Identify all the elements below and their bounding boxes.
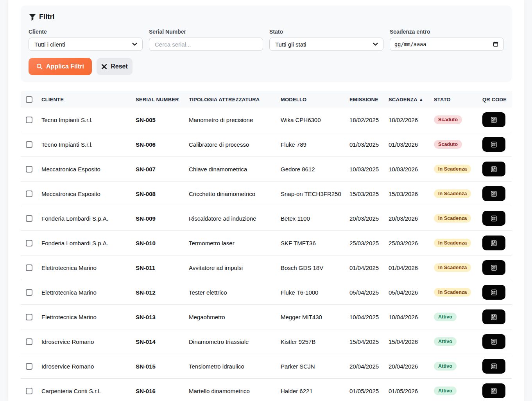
status-badge: In Scadenza: [434, 263, 471, 272]
cliente-select[interactable]: Tutti i clienti: [29, 38, 143, 51]
row-checkbox[interactable]: [26, 117, 32, 123]
cell-modello: Gedore 8612: [281, 166, 349, 173]
cell-scadenza: 20/03/2026: [389, 215, 434, 222]
table-row: Idroservice RomanoSN-015Tensiometro idra…: [21, 354, 512, 379]
cell-tipologia: Manometro di precisione: [189, 117, 281, 123]
cell-stato: In Scadenza: [434, 288, 482, 297]
row-checkbox[interactable]: [26, 314, 32, 320]
row-checkbox[interactable]: [26, 191, 32, 197]
table-row: Idroservice RomanoSN-014Dinamometro tria…: [21, 329, 512, 354]
col-header-qr-code[interactable]: QR CODE: [482, 97, 511, 102]
cell-stato: In Scadenza: [434, 189, 482, 198]
qr-code-button[interactable]: [482, 211, 505, 226]
qr-code-icon: [491, 142, 497, 147]
cell-emissione: 01/05/2025: [349, 388, 389, 394]
qr-code-button[interactable]: [482, 162, 505, 176]
equipment-table: CLIENTE SERIAL NUMBER TIPOLOGIA ATTREZZA…: [21, 91, 512, 401]
cell-modello: Snap-on TECH3FR250: [281, 191, 349, 197]
qr-code-button[interactable]: [482, 112, 505, 127]
status-badge: Attivo: [434, 362, 457, 370]
status-badge: Attivo: [434, 313, 457, 321]
qr-code-button[interactable]: [482, 334, 505, 349]
table-row: Tecno Impianti S.r.l.SN-006Calibratore d…: [21, 132, 512, 157]
table-row: Elettrotecnica MarinoSN-011Avvitatore ad…: [21, 255, 512, 280]
cell-stato: In Scadenza: [434, 214, 482, 223]
qr-code-icon: [491, 363, 497, 369]
cell-qr-code: [482, 359, 511, 374]
row-checkbox[interactable]: [26, 363, 32, 370]
col-header-stato[interactable]: STATO: [434, 97, 482, 102]
row-checkbox[interactable]: [26, 240, 32, 246]
qr-code-button[interactable]: [482, 285, 505, 300]
qr-code-button[interactable]: [482, 236, 505, 250]
col-header-tipologia[interactable]: TIPOLOGIA ATTREZZATURA: [189, 97, 281, 102]
cell-stato: In Scadenza: [434, 263, 482, 272]
cell-emissione: 18/02/2025: [349, 117, 389, 123]
cell-tipologia: Chiave dinamometrica: [189, 166, 281, 173]
cell-scadenza: 05/04/2026: [389, 289, 434, 296]
qr-code-button[interactable]: [482, 359, 505, 374]
cell-serial-number: SN-015: [136, 363, 189, 370]
scadenza-label: Scadenza entro: [390, 29, 504, 35]
qr-code-icon: [491, 314, 497, 320]
row-checkbox[interactable]: [26, 166, 32, 173]
col-header-scadenza[interactable]: SCADENZA▲: [389, 97, 434, 102]
cell-cliente: Tecno Impianti S.r.l.: [41, 117, 136, 123]
row-checkbox-cell: [21, 388, 41, 394]
qr-code-button[interactable]: [482, 186, 505, 201]
cell-modello: Halder 6221: [281, 388, 349, 394]
filter-fields-row: Cliente Tutti i clienti Serial Number Ce…: [29, 29, 504, 51]
table-row: Fonderia Lombardi S.p.A.SN-010Termometro…: [21, 231, 512, 255]
row-checkbox-cell: [21, 338, 41, 345]
row-checkbox[interactable]: [26, 215, 32, 222]
calendar-icon: [493, 41, 498, 47]
status-badge: Attivo: [434, 337, 457, 346]
col-header-modello[interactable]: MODELLO: [281, 97, 349, 102]
status-badge: Scaduto: [434, 115, 462, 124]
col-header-serial-number[interactable]: SERIAL NUMBER: [136, 97, 189, 102]
qr-code-button[interactable]: [482, 383, 505, 398]
cell-modello: Parker SCJN: [281, 363, 349, 370]
cell-tipologia: Cricchetto dinamometrico: [189, 191, 281, 197]
cell-serial-number: SN-013: [136, 314, 189, 320]
row-checkbox-cell: [21, 314, 41, 320]
cell-qr-code: [482, 137, 511, 152]
cell-cliente: Meccatronica Esposito: [41, 191, 136, 197]
qr-code-button[interactable]: [482, 137, 505, 152]
cell-cliente: Elettrotecnica Marino: [41, 289, 136, 296]
table-row: Elettrotecnica MarinoSN-013MegaohmetroMe…: [21, 305, 512, 329]
cell-tipologia: Calibratore di processo: [189, 141, 281, 148]
cell-qr-code: [482, 112, 511, 127]
cell-stato: Attivo: [434, 313, 482, 321]
scadenza-date-input[interactable]: gg/mm/aaaa: [390, 38, 504, 51]
serial-input[interactable]: Cerca serial...: [149, 38, 263, 51]
row-checkbox[interactable]: [26, 141, 32, 148]
cell-cliente: Elettrotecnica Marino: [41, 264, 136, 271]
sort-ascending-icon: ▲: [419, 97, 423, 102]
status-badge: In Scadenza: [434, 239, 471, 247]
qr-code-icon: [491, 388, 497, 394]
cell-cliente: Fonderia Lombardi S.p.A.: [41, 215, 136, 222]
cell-serial-number: SN-006: [136, 141, 189, 148]
cell-emissione: 05/04/2025: [349, 289, 389, 296]
row-checkbox[interactable]: [26, 388, 32, 394]
cell-stato: In Scadenza: [434, 165, 482, 173]
cell-cliente: Fonderia Lombardi S.p.A.: [41, 240, 136, 246]
stato-select[interactable]: Tutti gli stati: [269, 38, 383, 51]
table-row: Tecno Impianti S.r.l.SN-005Manometro di …: [21, 108, 512, 132]
row-checkbox[interactable]: [26, 264, 32, 271]
row-checkbox[interactable]: [26, 338, 32, 345]
table-row: Carpenteria Conti S.r.l.SN-016Martello d…: [21, 379, 512, 401]
qr-code-button[interactable]: [482, 309, 505, 324]
row-checkbox[interactable]: [26, 289, 32, 296]
select-all-checkbox[interactable]: [26, 96, 32, 103]
col-header-emissione[interactable]: EMISSIONE: [349, 97, 389, 102]
cell-emissione: 15/03/2025: [349, 191, 389, 197]
col-header-cliente[interactable]: CLIENTE: [41, 97, 136, 102]
content-container: Filtri Cliente Tutti i clienti Serial Nu…: [8, 0, 524, 401]
reset-filters-button[interactable]: Reset: [97, 58, 133, 75]
apply-filters-button[interactable]: Applica Filtri: [29, 58, 92, 75]
cell-qr-code: [482, 285, 511, 300]
cell-modello: Wika CPH6300: [281, 117, 349, 123]
qr-code-button[interactable]: [482, 260, 505, 275]
